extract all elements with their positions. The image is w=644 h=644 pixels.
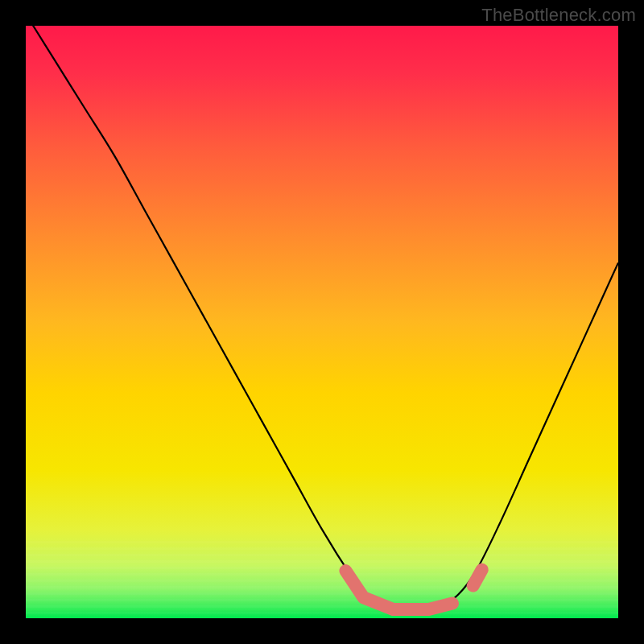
chart-svg	[0, 0, 644, 644]
green-banding	[26, 539, 618, 618]
attribution-text: TheBottleneck.com	[481, 5, 636, 26]
chart-stage: TheBottleneck.com	[0, 0, 644, 644]
right-floor-marker	[473, 570, 482, 586]
